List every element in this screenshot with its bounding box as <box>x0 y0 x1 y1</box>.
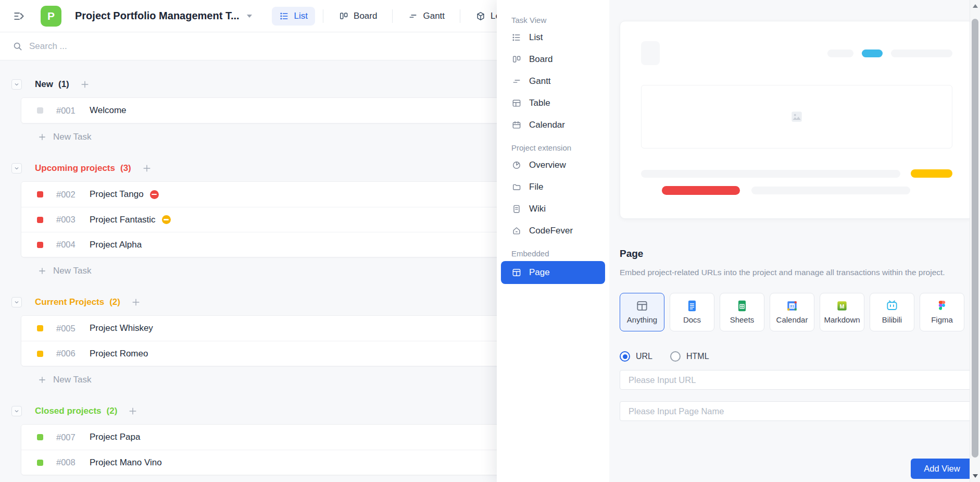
menu-item-overview[interactable]: Overview <box>497 154 609 176</box>
menu-item-calendar[interactable]: Calendar <box>497 114 609 136</box>
tab-list[interactable]: List <box>272 7 315 26</box>
new-task-button[interactable]: New Task <box>37 128 91 146</box>
menu-section-label: Embedded <box>497 249 609 260</box>
group-title: Upcoming projects <box>35 163 115 174</box>
task-id: #008 <box>56 458 83 467</box>
task-id: #002 <box>56 190 83 200</box>
radio-url[interactable]: URL <box>620 351 652 362</box>
menu-section-label: Task View <box>497 16 609 27</box>
menu-item-codefever[interactable]: CodeFever <box>497 220 609 242</box>
page-name-input[interactable] <box>620 401 974 421</box>
group-add-button[interactable] <box>128 406 138 416</box>
gcal-icon: 31 <box>785 299 799 313</box>
skeleton-pill-yellow <box>911 169 952 178</box>
task-title: Project Alpha <box>90 240 142 250</box>
status-square[interactable] <box>37 434 43 440</box>
embed-option-bilibili[interactable]: Bilibili <box>870 293 914 331</box>
group-collapse-button[interactable] <box>11 406 22 416</box>
gantt-icon <box>511 76 522 86</box>
preview-skeleton-header <box>641 41 952 65</box>
search-input[interactable] <box>29 41 342 52</box>
group-add-button[interactable] <box>142 163 152 174</box>
menu-item-label: Overview <box>529 160 566 170</box>
image-placeholder-icon <box>790 110 803 123</box>
new-task-button[interactable]: New Task <box>37 262 91 280</box>
group-add-button[interactable] <box>80 79 90 90</box>
embed-option-markdown[interactable]: MMarkdown <box>820 293 864 331</box>
task-title: Project Mano Vino <box>90 458 162 468</box>
sidebar-toggle-icon[interactable] <box>12 9 26 23</box>
sheets-icon <box>735 299 749 313</box>
title-caret-icon[interactable] <box>247 15 252 18</box>
embed-option-sheets[interactable]: Sheets <box>720 293 764 331</box>
radio-circle-icon[interactable] <box>620 351 630 362</box>
embed-option-docs[interactable]: Docs <box>670 293 714 331</box>
config-panel: Page Embed project-related URLs into the… <box>609 0 980 482</box>
group-count: (1) <box>58 79 69 90</box>
skeleton-bar <box>751 187 910 194</box>
folder-icon <box>511 182 522 192</box>
scrollbar[interactable] <box>970 0 980 482</box>
menu-item-label: List <box>529 32 543 43</box>
embed-option-figma[interactable]: Figma <box>920 293 964 331</box>
tab-label: Board <box>354 11 377 21</box>
cube-icon <box>475 11 486 21</box>
overview-icon <box>511 160 522 170</box>
task-id: #004 <box>56 240 83 250</box>
workspace-logo: P <box>41 6 61 27</box>
tab-separator <box>323 9 323 23</box>
list-icon <box>279 11 290 21</box>
task-id: #005 <box>56 324 83 333</box>
group-collapse-button[interactable] <box>11 79 22 90</box>
add-view-button[interactable]: Add View <box>911 459 973 479</box>
board-icon <box>338 11 349 21</box>
radio-html[interactable]: HTML <box>670 351 709 362</box>
status-square[interactable] <box>37 325 43 331</box>
new-task-button[interactable]: New Task <box>37 479 91 482</box>
menu-item-file[interactable]: File <box>497 176 609 198</box>
status-square[interactable] <box>37 460 43 466</box>
status-square[interactable] <box>37 191 43 197</box>
url-input[interactable] <box>620 370 974 390</box>
svg-text:31: 31 <box>790 304 794 308</box>
menu-item-gantt[interactable]: Gantt <box>497 70 609 92</box>
status-square[interactable] <box>37 242 43 248</box>
group-title: Closed projects <box>35 406 102 416</box>
status-square[interactable] <box>37 217 43 223</box>
group-collapse-button[interactable] <box>11 297 22 307</box>
plus-icon <box>37 266 47 276</box>
embed-option-label: Sheets <box>730 315 755 324</box>
markdown-icon: M <box>835 299 849 313</box>
new-task-label: New Task <box>53 375 91 385</box>
scroll-up-arrow[interactable] <box>973 4 978 8</box>
status-square[interactable] <box>37 107 43 114</box>
scroll-down-arrow[interactable] <box>973 474 978 478</box>
embed-option-label: Calendar <box>776 315 808 324</box>
status-square[interactable] <box>37 351 43 357</box>
menu-item-table[interactable]: Table <box>497 92 609 114</box>
group-collapse-button[interactable] <box>11 163 22 174</box>
tab-board[interactable]: Board <box>331 7 384 26</box>
menu-item-page[interactable]: Page <box>501 261 605 284</box>
embed-option-calendar[interactable]: 31Calendar <box>770 293 814 331</box>
menu-item-list[interactable]: List <box>497 27 609 48</box>
preview-card <box>620 21 974 219</box>
embed-option-label: Markdown <box>824 315 860 324</box>
page-heading: Page <box>620 248 974 259</box>
menu-item-label: Calendar <box>529 120 565 130</box>
scrollbar-thumb[interactable] <box>972 19 978 458</box>
embed-option-anything[interactable]: Anything <box>620 293 664 331</box>
new-task-label: New Task <box>53 132 91 142</box>
group-count: (2) <box>107 406 118 416</box>
radio-circle-icon[interactable] <box>670 351 681 362</box>
skeleton-bar <box>641 170 900 178</box>
menu-item-wiki[interactable]: Wiki <box>497 198 609 220</box>
new-task-button[interactable]: New Task <box>37 370 91 389</box>
embed-option-label: Anything <box>627 315 657 324</box>
page-icon <box>511 267 522 278</box>
preview-skeleton-line2 <box>641 186 952 195</box>
group-add-button[interactable] <box>131 297 141 307</box>
menu-item-board[interactable]: Board <box>497 48 609 70</box>
skeleton-pill-blue <box>862 50 883 57</box>
tab-gantt[interactable]: Gantt <box>400 7 452 26</box>
